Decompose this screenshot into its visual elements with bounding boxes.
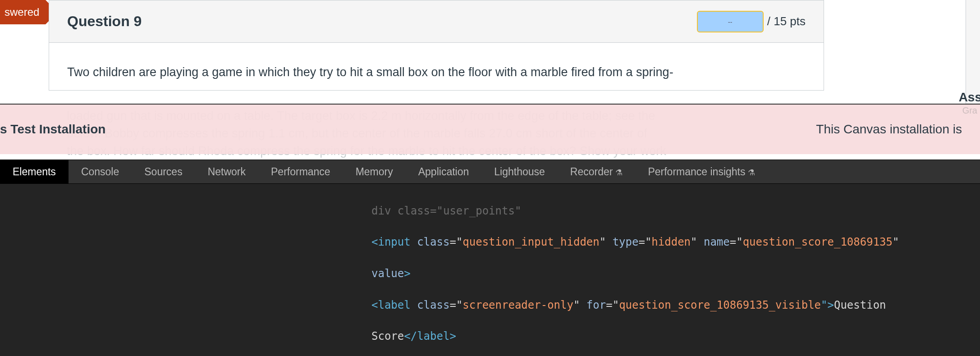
question-text-line1: Two children are playing a game in which… <box>67 65 673 79</box>
score-input[interactable] <box>697 11 764 32</box>
score-group: / 15 pts <box>697 11 806 32</box>
tab-recorder[interactable]: Recorder⚗ <box>558 160 636 184</box>
question-card: Question 9 / 15 pts Two children are pla… <box>49 0 824 91</box>
tab-network[interactable]: Network <box>195 160 258 184</box>
banner-left-text: s Test Installation <box>0 122 105 137</box>
question-body: Two children are playing a game in which… <box>49 43 824 90</box>
banner-right-text: This Canvas installation is <box>816 122 962 137</box>
question-title: Question 9 <box>67 13 697 30</box>
devtools-tabbar: Elements Console Sources Network Perform… <box>0 160 980 184</box>
tab-performance-insights[interactable]: Performance insights⚗ <box>635 160 768 184</box>
tab-elements[interactable]: Elements <box>0 160 69 184</box>
tab-application[interactable]: Application <box>406 160 482 184</box>
banner-gra-fragment: Gra <box>962 105 977 116</box>
devtools-elements-tree[interactable]: div class="user_points" <input class="qu… <box>0 184 980 356</box>
answered-badge: swered <box>0 0 46 24</box>
question-header: Question 9 / 15 pts <box>49 0 824 43</box>
tab-lighthouse[interactable]: Lighthouse <box>481 160 558 184</box>
devtools-panel: Elements Console Sources Network Perform… <box>0 160 980 356</box>
code-cutoff: div class="user_points" <box>371 205 521 217</box>
points-label: / 15 pts <box>767 14 806 28</box>
flask-icon: ⚗ <box>748 160 755 185</box>
assessment-label-fragment: Ass <box>959 90 980 105</box>
tab-console[interactable]: Console <box>69 160 132 184</box>
flask-icon: ⚗ <box>615 160 623 185</box>
tab-sources[interactable]: Sources <box>132 160 195 184</box>
tab-performance[interactable]: Performance <box>258 160 343 184</box>
answered-badge-text: swered <box>5 6 39 18</box>
tab-memory[interactable]: Memory <box>343 160 406 184</box>
canvas-question-panel: swered Question 9 / 15 pts Two children … <box>0 0 980 114</box>
test-installation-banner: s Test Installation This Canvas installa… <box>0 104 980 154</box>
